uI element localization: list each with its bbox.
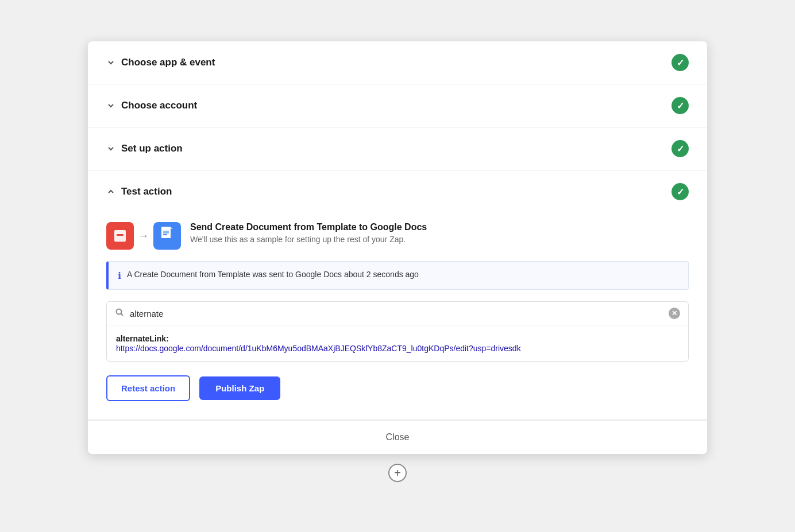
svg-rect-6 (163, 234, 167, 235)
chevron-down-icon (106, 58, 115, 67)
action-title: Send Create Document from Template to Go… (190, 222, 689, 232)
action-buttons: Retest action Publish Zap (106, 375, 689, 401)
chevron-down-icon-3 (106, 144, 115, 153)
test-action-body: → Send Creat (106, 213, 689, 420)
result-value: https://docs.google.com/document/d/1uKbM… (116, 344, 679, 353)
choose-account-check: ✓ (671, 97, 689, 114)
choose-app-title: Choose app & event (121, 57, 215, 68)
svg-rect-4 (163, 231, 169, 232)
choose-app-check: ✓ (671, 54, 689, 71)
plus-button-area: + (379, 455, 416, 491)
set-up-action-title: Set up action (121, 143, 183, 154)
info-banner-text: A Create Document from Template was sent… (127, 270, 419, 279)
search-input[interactable] (130, 309, 669, 319)
zap-editor-modal: Choose app & event ✓ Choose account ✓ (87, 41, 708, 455)
gdocs-svg (160, 226, 175, 246)
search-container: ✕ alternateLink: https://docs.google.com… (106, 301, 689, 362)
red-app-svg (113, 228, 128, 243)
set-up-action-header[interactable]: Set up action ✓ (106, 127, 689, 170)
test-action-title: Test action (121, 186, 172, 197)
retest-action-button[interactable]: Retest action (106, 375, 190, 401)
svg-rect-2 (117, 234, 124, 236)
action-subtitle: We'll use this as a sample for setting u… (190, 235, 689, 244)
info-banner: ℹ A Create Document from Template was se… (106, 261, 689, 290)
close-label: Close (386, 432, 410, 442)
set-up-action-section: Set up action ✓ (88, 127, 707, 170)
action-preview: → Send Creat (106, 222, 689, 250)
publish-zap-button[interactable]: Publish Zap (199, 376, 280, 400)
svg-line-8 (121, 314, 124, 316)
svg-rect-5 (163, 232, 169, 234)
choose-app-header[interactable]: Choose app & event ✓ (106, 41, 689, 84)
action-description: Send Create Document from Template to Go… (190, 222, 689, 244)
result-key: alternateLink: (116, 334, 169, 343)
set-up-action-check: ✓ (671, 140, 689, 157)
info-icon: ℹ (118, 270, 121, 281)
choose-account-title: Choose account (121, 100, 197, 111)
test-action-section: Test action ✓ (88, 170, 707, 420)
svg-point-7 (117, 309, 122, 314)
result-item: alternateLink: https://docs.google.com/d… (116, 333, 679, 353)
arrow-separator: → (138, 230, 149, 242)
test-action-header[interactable]: Test action ✓ (106, 170, 689, 213)
search-icon (115, 308, 124, 319)
source-app-icon (106, 222, 134, 250)
choose-app-section: Choose app & event ✓ (88, 41, 707, 84)
clear-search-button[interactable]: ✕ (669, 308, 680, 319)
chevron-down-icon-2 (106, 101, 115, 110)
choose-account-header[interactable]: Choose account ✓ (106, 84, 689, 127)
plus-icon: + (394, 467, 401, 480)
add-step-button[interactable]: + (388, 464, 407, 482)
search-input-row: ✕ (107, 302, 688, 325)
close-footer[interactable]: Close (88, 420, 707, 454)
choose-account-section: Choose account ✓ (88, 84, 707, 127)
dest-app-icon (153, 222, 181, 250)
test-action-check: ✓ (671, 183, 689, 200)
chevron-up-icon (106, 187, 115, 196)
search-results: alternateLink: https://docs.google.com/d… (107, 325, 688, 361)
app-icons: → (106, 222, 181, 250)
